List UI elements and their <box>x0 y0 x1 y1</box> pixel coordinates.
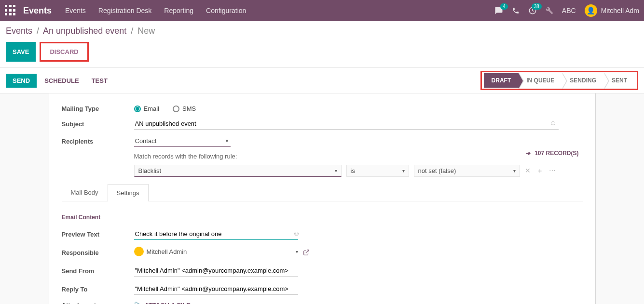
tabs: Mail Body Settings <box>62 184 583 201</box>
radio-dot-icon <box>134 106 141 112</box>
app-brand[interactable]: Events <box>23 6 52 16</box>
stage-draft[interactable]: DRAFT <box>484 73 519 88</box>
breadcrumb: Events / An unpublished event / New <box>6 26 638 36</box>
top-navbar: Events Events Registration Desk Reportin… <box>0 0 644 21</box>
filter-field-select[interactable]: Blacklist ▾ <box>134 165 342 177</box>
row-mailing-type: Mailing Type Email SMS <box>62 105 583 112</box>
apps-icon[interactable] <box>5 5 16 16</box>
schedule-button[interactable]: SCHEDULE <box>40 74 84 87</box>
label-attachments: Attachments <box>62 302 134 304</box>
avatar-small <box>134 247 144 256</box>
filter-value-select[interactable]: not set (false) ▾ <box>414 165 520 177</box>
responsible-value[interactable]: Mitchell Admin <box>147 248 296 255</box>
main-nav: Events Registration Desk Reporting Confi… <box>65 7 246 14</box>
stage-in-queue[interactable]: IN QUEUE <box>519 73 562 88</box>
messages-icon[interactable]: 4 <box>494 6 503 15</box>
test-button[interactable]: TEST <box>87 74 112 87</box>
breadcrumb-root[interactable]: Events <box>6 26 32 36</box>
breadcrumb-current: New <box>137 26 155 36</box>
nav-configuration[interactable]: Configuration <box>206 7 246 14</box>
breadcrumb-row: Events / An unpublished event / New <box>0 21 644 38</box>
navbar-right: 4 38 ABC 👤 Mitchell Adm <box>494 4 639 17</box>
match-rule-text: Match records with the following rule: <box>134 153 583 160</box>
label-subject: Subject <box>62 120 134 128</box>
row-reply-to: Reply To <box>62 283 583 295</box>
more-filter-icon[interactable]: ⋯ <box>549 167 556 175</box>
radio-email[interactable]: Email <box>134 105 160 112</box>
row-attachments: Attachments 📎 ATTACH A FILE <box>62 302 583 304</box>
debug-icon[interactable] <box>546 7 553 14</box>
recipients-select[interactable]: Contact ▼ <box>134 135 231 147</box>
add-filter-icon[interactable]: ＋ <box>536 167 543 175</box>
filter-row: Blacklist ▾ is ▾ not set (false) ▾ ✕ ＋ ⋯ <box>134 165 583 177</box>
label-replyto: Reply To <box>62 286 134 293</box>
tab-mail-body[interactable]: Mail Body <box>62 184 108 201</box>
label-preview: Preview Text <box>62 231 134 238</box>
label-mailing-type: Mailing Type <box>62 105 134 112</box>
row-responsible: Responsible Mitchell Admin ▾ <box>62 247 583 258</box>
stage-highlight: DRAFT IN QUEUE SENDING SENT <box>480 71 638 90</box>
nav-reporting[interactable]: Reporting <box>164 7 193 14</box>
radio-dot-icon <box>173 106 179 112</box>
phone-icon[interactable] <box>512 7 520 14</box>
caret-down-icon: ▼ <box>225 138 230 144</box>
label-recipients: Recipients <box>62 138 134 145</box>
radio-sms[interactable]: SMS <box>173 105 196 112</box>
nav-events[interactable]: Events <box>65 7 86 14</box>
nav-registration-desk[interactable]: Registration Desk <box>98 7 152 14</box>
label-sendfrom: Send From <box>62 267 134 275</box>
replyto-input[interactable] <box>134 283 298 295</box>
row-preview-text: Preview Text ☺ <box>62 228 583 240</box>
records-count[interactable]: ➔ 107 RECORD(S) <box>526 150 578 157</box>
remove-filter-icon[interactable]: ✕ <box>525 167 531 175</box>
label-responsible: Responsible <box>62 249 134 256</box>
form-sheet: Mailing Type Email SMS Subject ☺ Recipie… <box>49 93 596 304</box>
username: Mitchell Adm <box>601 7 639 14</box>
row-send-from: Send From <box>62 265 583 277</box>
avatar: 👤 <box>585 4 597 17</box>
save-button[interactable]: SAVE <box>6 42 36 62</box>
row-subject: Subject ☺ <box>62 118 583 130</box>
sendfrom-input[interactable] <box>134 265 298 277</box>
row-recipients: Recipients Contact ▼ <box>62 135 583 147</box>
arrow-right-icon: ➔ <box>526 150 531 157</box>
external-link-icon[interactable] <box>303 249 310 256</box>
paperclip-icon: 📎 <box>134 302 142 304</box>
section-email-content: Email Content <box>62 214 583 221</box>
filter-operator-select[interactable]: is ▾ <box>346 165 409 177</box>
preview-input[interactable] <box>134 228 298 240</box>
status-bar: SEND SCHEDULE TEST DRAFT IN QUEUE SENDIN… <box>0 67 644 93</box>
stage-sending[interactable]: SENDING <box>562 73 604 88</box>
caret-down-icon: ▾ <box>402 168 405 173</box>
discard-button[interactable]: DISCARD <box>43 45 85 59</box>
emoji-icon[interactable]: ☺ <box>549 119 556 127</box>
user-menu[interactable]: 👤 Mitchell Adm <box>585 4 639 17</box>
caret-down-icon: ▾ <box>335 168 337 173</box>
activities-badge: 38 <box>532 3 542 10</box>
breadcrumb-parent[interactable]: An unpublished event <box>43 26 126 36</box>
svg-line-1 <box>305 250 308 253</box>
send-button[interactable]: SEND <box>6 74 37 88</box>
messages-badge: 4 <box>500 3 508 10</box>
tab-settings[interactable]: Settings <box>108 184 149 201</box>
subject-input[interactable] <box>134 118 559 130</box>
activities-icon[interactable]: 38 <box>528 6 537 15</box>
company-name[interactable]: ABC <box>562 7 576 14</box>
caret-down-icon: ▾ <box>513 168 516 173</box>
action-bar: SAVE DISCARD <box>0 38 644 67</box>
discard-highlight: DISCARD <box>40 42 88 62</box>
emoji-icon[interactable]: ☺ <box>293 229 300 237</box>
attach-file-button[interactable]: 📎 ATTACH A FILE <box>134 302 298 304</box>
caret-down-icon[interactable]: ▾ <box>296 249 298 254</box>
